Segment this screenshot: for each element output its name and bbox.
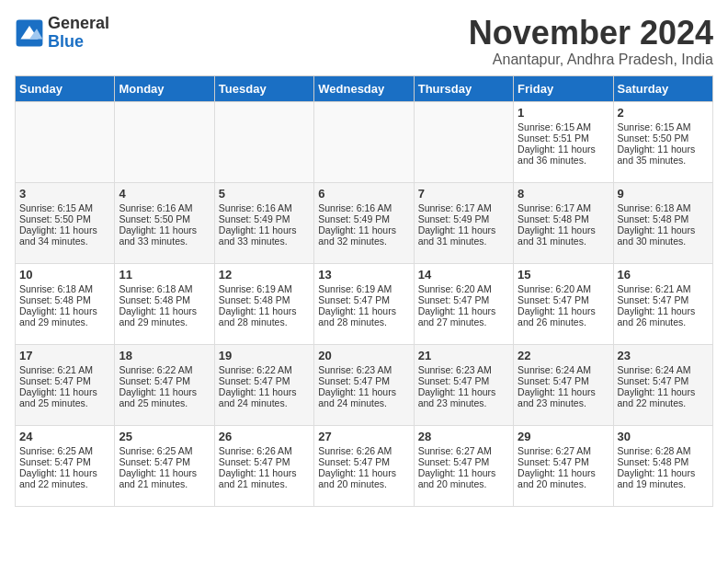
day-number: 14 xyxy=(418,268,509,282)
daylight-text: Daylight: 11 hours and 22 minutes. xyxy=(618,386,696,408)
sunset-text: Sunset: 5:47 PM xyxy=(19,375,91,386)
sunrise-text: Sunrise: 6:15 AM xyxy=(518,121,591,132)
weekday-header-friday: Friday xyxy=(514,75,613,101)
calendar-cell: 1Sunrise: 6:15 AMSunset: 5:51 PMDaylight… xyxy=(514,101,613,182)
weekday-header-sunday: Sunday xyxy=(16,75,115,101)
daylight-text: Daylight: 11 hours and 33 minutes. xyxy=(219,224,297,247)
calendar-cell xyxy=(314,101,414,182)
logo: General Blue xyxy=(15,15,109,52)
sunset-text: Sunset: 5:48 PM xyxy=(518,213,589,224)
sunrise-text: Sunrise: 6:22 AM xyxy=(119,364,192,375)
calendar-cell: 19Sunrise: 6:22 AMSunset: 5:47 PMDayligh… xyxy=(214,344,313,425)
sunset-text: Sunset: 5:51 PM xyxy=(518,132,589,144)
daylight-text: Daylight: 11 hours and 19 minutes. xyxy=(618,467,696,489)
daylight-text: Daylight: 11 hours and 21 minutes. xyxy=(119,467,197,489)
month-title: November 2024 xyxy=(469,15,713,52)
calendar-cell: 8Sunrise: 6:17 AMSunset: 5:48 PMDaylight… xyxy=(514,182,613,263)
day-number: 11 xyxy=(119,268,210,282)
sunrise-text: Sunrise: 6:17 AM xyxy=(418,202,492,213)
daylight-text: Daylight: 11 hours and 31 minutes. xyxy=(418,224,496,247)
sunrise-text: Sunrise: 6:16 AM xyxy=(219,202,292,213)
weekday-header-monday: Monday xyxy=(115,75,214,101)
daylight-text: Daylight: 11 hours and 29 minutes. xyxy=(19,305,97,327)
sunset-text: Sunset: 5:47 PM xyxy=(518,456,589,467)
day-number: 9 xyxy=(618,187,709,201)
daylight-text: Daylight: 11 hours and 27 minutes. xyxy=(418,305,496,327)
calendar-body: 1Sunrise: 6:15 AMSunset: 5:51 PMDaylight… xyxy=(16,101,713,506)
sunset-text: Sunset: 5:49 PM xyxy=(418,213,490,224)
sunrise-text: Sunrise: 6:21 AM xyxy=(19,364,93,375)
sunset-text: Sunset: 5:48 PM xyxy=(219,294,290,305)
sunset-text: Sunset: 5:48 PM xyxy=(618,213,689,224)
day-number: 18 xyxy=(119,349,210,362)
daylight-text: Daylight: 11 hours and 23 minutes. xyxy=(418,386,496,408)
daylight-text: Daylight: 11 hours and 32 minutes. xyxy=(318,224,396,247)
sunset-text: Sunset: 5:47 PM xyxy=(219,375,290,386)
sunrise-text: Sunrise: 6:18 AM xyxy=(618,202,691,213)
location: Anantapur, Andhra Pradesh, India xyxy=(469,52,713,68)
day-number: 21 xyxy=(418,349,509,362)
sunset-text: Sunset: 5:47 PM xyxy=(219,456,290,467)
sunrise-text: Sunrise: 6:23 AM xyxy=(318,364,392,375)
weekday-row: SundayMondayTuesdayWednesdayThursdayFrid… xyxy=(16,75,713,101)
sunrise-text: Sunrise: 6:22 AM xyxy=(219,364,292,375)
sunrise-text: Sunrise: 6:17 AM xyxy=(518,202,591,213)
day-number: 29 xyxy=(518,430,609,443)
calendar-cell: 11Sunrise: 6:18 AMSunset: 5:48 PMDayligh… xyxy=(115,263,214,344)
sunset-text: Sunset: 5:47 PM xyxy=(318,375,390,386)
logo-icon xyxy=(15,18,44,48)
sunset-text: Sunset: 5:47 PM xyxy=(418,294,490,305)
day-number: 6 xyxy=(318,187,409,201)
sunrise-text: Sunrise: 6:18 AM xyxy=(119,283,192,294)
calendar-cell: 2Sunrise: 6:15 AMSunset: 5:50 PMDaylight… xyxy=(613,101,712,182)
calendar-cell: 3Sunrise: 6:15 AMSunset: 5:50 PMDaylight… xyxy=(16,182,115,263)
sunset-text: Sunset: 5:47 PM xyxy=(618,294,689,305)
sunrise-text: Sunrise: 6:16 AM xyxy=(119,202,192,213)
day-number: 22 xyxy=(518,349,609,362)
sunrise-text: Sunrise: 6:25 AM xyxy=(19,445,93,456)
sunrise-text: Sunrise: 6:27 AM xyxy=(518,445,591,456)
calendar-header: SundayMondayTuesdayWednesdayThursdayFrid… xyxy=(16,75,713,101)
day-number: 19 xyxy=(219,349,310,362)
daylight-text: Daylight: 11 hours and 26 minutes. xyxy=(518,305,596,327)
calendar-cell: 23Sunrise: 6:24 AMSunset: 5:47 PMDayligh… xyxy=(613,344,712,425)
calendar-cell: 10Sunrise: 6:18 AMSunset: 5:48 PMDayligh… xyxy=(16,263,115,344)
day-number: 7 xyxy=(418,187,509,201)
calendar-cell: 7Sunrise: 6:17 AMSunset: 5:49 PMDaylight… xyxy=(414,182,513,263)
daylight-text: Daylight: 11 hours and 36 minutes. xyxy=(518,144,596,166)
sunset-text: Sunset: 5:49 PM xyxy=(219,213,290,224)
calendar-cell: 4Sunrise: 6:16 AMSunset: 5:50 PMDaylight… xyxy=(115,182,214,263)
day-number: 1 xyxy=(518,106,609,120)
calendar-week-1: 1Sunrise: 6:15 AMSunset: 5:51 PMDaylight… xyxy=(16,101,713,182)
calendar-cell xyxy=(214,101,313,182)
daylight-text: Daylight: 11 hours and 20 minutes. xyxy=(318,467,396,489)
day-number: 5 xyxy=(219,187,310,201)
calendar-cell: 21Sunrise: 6:23 AMSunset: 5:47 PMDayligh… xyxy=(414,344,513,425)
day-number: 24 xyxy=(19,430,110,443)
calendar-week-2: 3Sunrise: 6:15 AMSunset: 5:50 PMDaylight… xyxy=(16,182,713,263)
calendar-cell: 20Sunrise: 6:23 AMSunset: 5:47 PMDayligh… xyxy=(314,344,414,425)
day-number: 12 xyxy=(219,268,310,282)
day-number: 13 xyxy=(318,268,409,282)
sunrise-text: Sunrise: 6:15 AM xyxy=(19,202,93,213)
weekday-header-thursday: Thursday xyxy=(414,75,513,101)
sunset-text: Sunset: 5:48 PM xyxy=(618,456,689,467)
sunset-text: Sunset: 5:47 PM xyxy=(119,375,190,386)
calendar-cell: 6Sunrise: 6:16 AMSunset: 5:49 PMDaylight… xyxy=(314,182,414,263)
calendar-cell: 28Sunrise: 6:27 AMSunset: 5:47 PMDayligh… xyxy=(414,425,513,506)
sunrise-text: Sunrise: 6:20 AM xyxy=(518,283,591,294)
day-number: 30 xyxy=(618,430,709,443)
sunrise-text: Sunrise: 6:19 AM xyxy=(219,283,292,294)
calendar-cell: 27Sunrise: 6:26 AMSunset: 5:47 PMDayligh… xyxy=(314,425,414,506)
day-number: 20 xyxy=(318,349,409,362)
calendar-cell xyxy=(16,101,115,182)
sunset-text: Sunset: 5:47 PM xyxy=(418,375,490,386)
sunset-text: Sunset: 5:49 PM xyxy=(318,213,390,224)
sunset-text: Sunset: 5:50 PM xyxy=(119,213,190,224)
sunset-text: Sunset: 5:47 PM xyxy=(518,375,589,386)
calendar-cell: 17Sunrise: 6:21 AMSunset: 5:47 PMDayligh… xyxy=(16,344,115,425)
sunrise-text: Sunrise: 6:24 AM xyxy=(618,364,691,375)
calendar-cell xyxy=(115,101,214,182)
daylight-text: Daylight: 11 hours and 31 minutes. xyxy=(518,224,596,247)
daylight-text: Daylight: 11 hours and 29 minutes. xyxy=(119,305,197,327)
